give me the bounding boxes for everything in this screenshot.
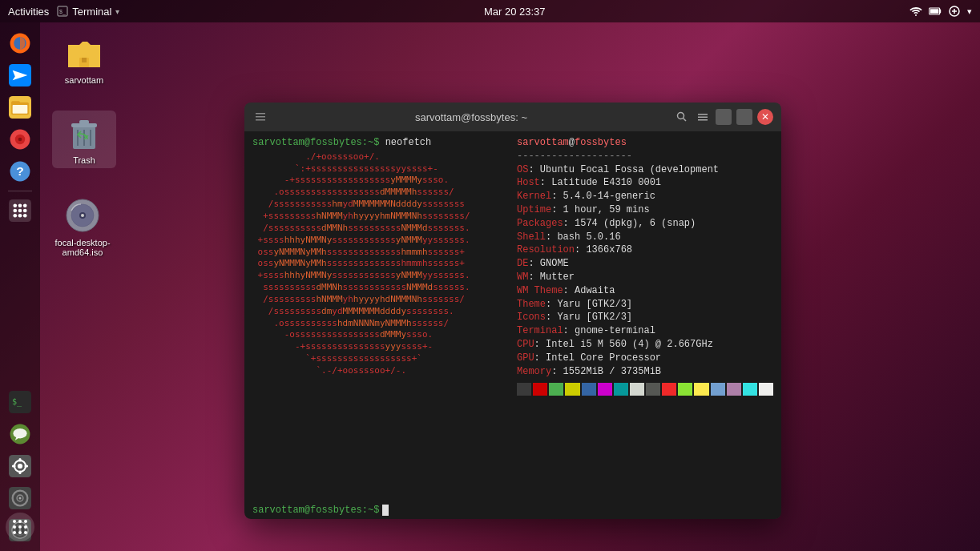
svg-rect-70 (698, 119, 708, 121)
terminal-maximize-button[interactable] (736, 109, 752, 125)
swatch-6 (614, 383, 628, 396)
svg-point-72 (18, 520, 22, 523)
info-wm: WM: Mutter (517, 271, 773, 284)
svg-rect-55 (79, 120, 89, 124)
topbar: Activities $_ Terminal ▾ Mar 20 23:37 ▾ (0, 0, 980, 22)
info-packages: Packages: 1574 (dpkg), 6 (snap) (517, 217, 773, 231)
swatch-15 (759, 383, 773, 396)
topbar-left: Activities $_ Terminal ▾ (8, 6, 119, 18)
info-host: Host: Latitude E4310 0001 (517, 176, 773, 190)
svg-point-71 (13, 520, 16, 523)
terminal-body[interactable]: sarvottam@fossbytes:~$ neofetch ./+oosss… (244, 131, 781, 519)
logo-line-12: ssssssssssdMMNhssssssssssssNMMMdssssss. (252, 282, 509, 294)
neofetch-ascii: sarvottam@fossbytes:~$ neofetch ./+oosss… (252, 136, 509, 497)
dock-terminal[interactable]: $_ (6, 388, 34, 416)
info-cpu: CPU: Intel i5 M 560 (4) @ 2.667GHz (517, 338, 773, 352)
terminal-minimize-button[interactable] (716, 109, 732, 125)
svg-text:$_: $_ (12, 397, 22, 407)
terminal-search-button[interactable] (674, 109, 690, 125)
info-wm-theme: WM Theme: Adwaita (517, 284, 773, 298)
svg-rect-69 (698, 117, 708, 119)
terminal-window: sarvottam@fossbytes: ~ ✕ sarvottam@fossb… (244, 103, 781, 519)
focal-iso-desktop-icon[interactable]: focal-desktop-amd64.iso (46, 196, 119, 257)
swatch-9 (662, 383, 676, 396)
swatch-0 (517, 383, 531, 396)
svg-rect-52 (82, 58, 87, 62)
swatch-14 (743, 383, 757, 396)
svg-text:?: ? (16, 164, 24, 178)
logo-line-19: `.-/+oossssoo+/-. (252, 365, 509, 377)
info-gpu: GPU: Intel Core Processor (517, 352, 773, 365)
wifi-icon (909, 5, 922, 18)
terminal-menu-icon (252, 109, 268, 125)
swatch-12 (711, 383, 725, 396)
dock-chat[interactable] (6, 420, 34, 448)
svg-rect-63 (256, 113, 265, 115)
svg-point-36 (18, 464, 22, 469)
swatch-13 (727, 383, 741, 396)
terminal-titlebar-left (252, 109, 268, 125)
svg-point-78 (18, 531, 22, 534)
svg-point-29 (23, 214, 27, 218)
svg-point-62 (81, 214, 84, 217)
terminal-title: sarvottam@fossbytes: ~ (268, 111, 674, 123)
svg-rect-3 (940, 10, 942, 14)
grid-icon (11, 518, 29, 536)
logo-line-17: -+sssssssssssssssyyyssss+- (252, 341, 509, 353)
color-swatches (517, 383, 773, 396)
dock-disk[interactable] (6, 484, 34, 513)
home-folder-icon (65, 34, 103, 72)
swatch-1 (533, 383, 547, 396)
svg-point-22 (18, 203, 22, 207)
dock-appgrid[interactable] (6, 196, 34, 225)
dock-rhythmbox[interactable] (6, 125, 34, 154)
svg-point-28 (18, 214, 22, 218)
svg-rect-38 (18, 470, 21, 474)
dock-settings[interactable] (6, 452, 34, 481)
info-terminal: Terminal: gnome-terminal (517, 324, 773, 338)
terminal-menu[interactable]: $_ Terminal ▾ (57, 6, 119, 18)
logo-line-7: /ssssssssssdMMNhssssssssssNMMMdsssssss. (252, 223, 509, 235)
terminal-prompt-line[interactable]: sarvottam@fossbytes:~$ (244, 501, 781, 519)
info-de: DE: GNOME (517, 257, 773, 271)
svg-rect-39 (12, 465, 16, 467)
svg-text:$_: $_ (59, 9, 66, 15)
system-menu-icon[interactable] (948, 5, 961, 18)
terminal-close-button[interactable]: ✕ (757, 109, 773, 125)
activities-button[interactable]: Activities (8, 6, 49, 18)
svg-point-33 (13, 428, 26, 438)
dock-files[interactable] (6, 93, 34, 122)
svg-point-27 (13, 214, 17, 218)
info-os: OS: Ubuntu Focal Fossa (development (517, 163, 773, 177)
svg-rect-13 (11, 101, 20, 104)
terminal-content: sarvottam@fossbytes:~$ neofetch ./+oosss… (244, 131, 781, 501)
logo-line-18: `+ssssssssssssssssss+` (252, 353, 509, 365)
dock-appgrid-bottom[interactable] (6, 513, 34, 541)
logo-line-11: +sssshhhyNMMNyssssssssssssyNMMMyyssssss. (252, 270, 509, 282)
trash-folder-icon (65, 114, 103, 152)
svg-point-21 (13, 203, 17, 207)
svg-point-66 (678, 113, 684, 119)
swatch-11 (694, 383, 708, 396)
dock-firefox[interactable] (6, 29, 34, 58)
cursor (382, 505, 389, 516)
prompt-user-host: sarvottam@fossbytes:~$ (252, 505, 379, 516)
svg-rect-37 (18, 458, 21, 462)
sarvottam-desktop-icon[interactable]: sarvottam (52, 34, 116, 85)
svg-rect-64 (256, 116, 265, 118)
info-uptime: Uptime: 1 hour, 59 mins (517, 203, 773, 217)
dock-help[interactable]: ? (6, 157, 34, 186)
terminal-hamburger-button[interactable] (695, 109, 711, 125)
info-shell: Shell: bash 5.0.16 (517, 231, 773, 244)
svg-point-75 (18, 525, 22, 529)
logo-line-5: /ssssssssssshmydMMMMMMMNddddyssssssss (252, 199, 509, 211)
trash-desktop-icon[interactable]: Trash (52, 111, 116, 168)
svg-rect-4 (930, 9, 938, 14)
prompt-text: sarvottam@fossbytes:~$ (252, 137, 379, 148)
dock-messaging[interactable] (6, 61, 34, 90)
topbar-dropdown[interactable]: ▾ (967, 6, 972, 17)
swatch-10 (678, 383, 692, 396)
info-kernel: Kernel: 5.4.0-14-generic (517, 190, 773, 203)
logo-line-13: /ssssssssshNMMMyhhyyyyhdNMMMNhsssssss/ (252, 294, 509, 306)
svg-point-44 (18, 497, 21, 499)
